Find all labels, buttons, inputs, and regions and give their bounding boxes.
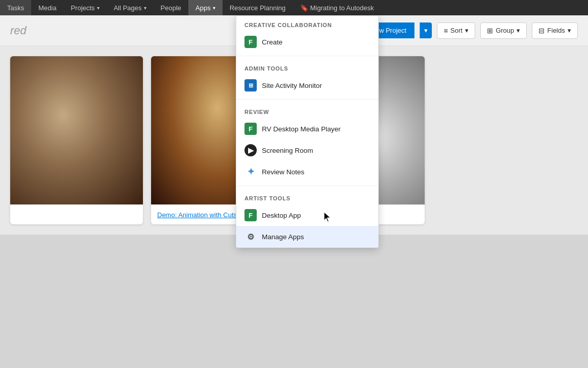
card-2-link[interactable]: Demo: Animation with Cuts <box>157 211 237 219</box>
dropdown-item-manage-apps[interactable]: ⚙ Manage Apps <box>236 226 378 247</box>
card-1-footer <box>10 204 143 215</box>
rv-desktop-icon: F <box>244 123 257 135</box>
card-1-image: MO PROJECT <box>10 56 143 204</box>
nav-item-apps[interactable]: Apps ▾ <box>188 0 223 15</box>
nav-bar: Tasks Media Projects ▾ All Pages ▾ Peopl… <box>0 0 588 15</box>
new-project-dropdown-button[interactable]: ▾ <box>420 22 432 38</box>
all-pages-chevron: ▾ <box>144 5 146 11</box>
nav-item-media[interactable]: Media <box>31 0 63 15</box>
nav-item-tasks[interactable]: Tasks <box>0 0 31 15</box>
bookmark-icon: 🔖 <box>300 4 308 12</box>
section-header-artist: ARTIST TOOLS <box>236 189 378 204</box>
sort-button[interactable]: ≡ Sort ▾ <box>437 22 475 39</box>
project-card-1[interactable]: MO PROJECT <box>10 56 143 224</box>
nav-item-people[interactable]: People <box>154 0 188 15</box>
dropdown-item-create[interactable]: F Create <box>236 31 378 53</box>
nav-item-migrating[interactable]: 🔖 Migrating to Autodesk <box>293 0 381 15</box>
divider-1 <box>236 56 378 56</box>
group-button[interactable]: ⊞ Group ▾ <box>480 22 527 39</box>
fields-icon: ⊟ <box>538 27 545 35</box>
create-icon: F <box>244 36 257 48</box>
projects-chevron: ▾ <box>97 5 100 11</box>
sort-icon: ≡ <box>444 27 448 35</box>
nav-item-all-pages[interactable]: All Pages ▾ <box>107 0 154 15</box>
group-icon: ⊞ <box>487 27 493 35</box>
fields-button[interactable]: ⊟ Fields ▾ <box>532 22 578 39</box>
sort-chevron: ▾ <box>465 27 469 34</box>
dropdown-item-site-activity[interactable]: ⊞ Site Activity Monitor <box>236 75 378 96</box>
card-2-label: DEMO <box>156 193 174 199</box>
screening-room-label: Screening Room <box>262 147 313 154</box>
dropdown-item-review-notes[interactable]: ✦ Review Notes <box>236 161 378 182</box>
dropdown-item-desktop-app[interactable]: F Desktop App <box>236 204 378 226</box>
manage-apps-icon: ⚙ <box>244 231 257 243</box>
desktop-app-label: Desktop App <box>262 212 301 219</box>
section-header-creative: CREATIVE COLLABORATION <box>236 16 378 31</box>
apps-dropdown-menu: CREATIVE COLLABORATION F Create ADMIN TO… <box>236 15 379 248</box>
nav-item-resource-planning[interactable]: Resource Planning <box>223 0 293 15</box>
section-header-admin: ADMIN TOOLS <box>236 59 378 75</box>
site-activity-icon: ⊞ <box>244 79 257 91</box>
site-activity-label: Site Activity Monitor <box>262 82 322 89</box>
page-title: red <box>10 24 27 37</box>
screening-room-icon: ▶ <box>244 144 257 156</box>
section-header-review: REVIEW <box>236 103 378 118</box>
dropdown-item-rv-desktop[interactable]: F RV Desktop Media Player <box>236 118 378 140</box>
review-notes-label: Review Notes <box>262 168 304 176</box>
rv-desktop-label: RV Desktop Media Player <box>262 125 340 133</box>
divider-3 <box>236 186 378 186</box>
apps-chevron: ▾ <box>213 5 215 11</box>
manage-apps-label: Manage Apps <box>262 233 304 241</box>
desktop-app-icon: F <box>244 209 257 221</box>
create-label: Create <box>262 38 283 46</box>
fields-chevron: ▾ <box>568 27 571 34</box>
divider-2 <box>236 99 378 100</box>
dropdown-item-screening-room[interactable]: ▶ Screening Room <box>236 140 378 161</box>
review-notes-icon: ✦ <box>244 166 257 178</box>
nav-item-projects[interactable]: Projects ▾ <box>64 0 107 15</box>
card-1-label: MO PROJECT <box>15 193 55 199</box>
group-chevron: ▾ <box>517 27 520 34</box>
